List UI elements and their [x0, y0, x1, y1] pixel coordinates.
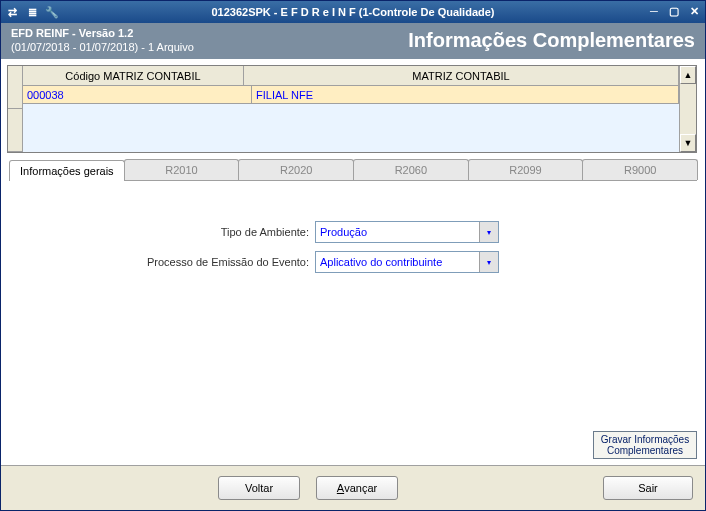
tab-r2099[interactable]: R2099 [468, 159, 584, 180]
chevron-down-icon[interactable]: ▾ [479, 222, 498, 242]
tab-r2060[interactable]: R2060 [353, 159, 469, 180]
arrows-icon[interactable]: ⇄ [5, 6, 19, 19]
cell-codigo[interactable]: 000038 [23, 86, 252, 104]
processo-emissao-value: Aplicativo do contribuinte [320, 256, 442, 268]
scroll-down-icon[interactable]: ▼ [680, 134, 696, 152]
tab-informacoes-gerais[interactable]: Informações gerais [9, 160, 125, 181]
date-range-label: (01/07/2018 - 01/07/2018) - 1 Arquivo [11, 40, 194, 54]
table-row[interactable]: 000038 FILIAL NFE [23, 86, 679, 104]
chevron-down-icon[interactable]: ▾ [479, 252, 498, 272]
voltar-button[interactable]: Voltar [218, 476, 300, 500]
tipo-ambiente-label: Tipo de Ambiente: [9, 226, 315, 238]
avancar-button[interactable]: Avançar [316, 476, 398, 500]
tab-r2010[interactable]: R2010 [124, 159, 240, 180]
cell-matriz[interactable]: FILIAL NFE [252, 86, 679, 104]
tipo-ambiente-select[interactable]: Produção ▾ [315, 221, 499, 243]
wrench-icon[interactable]: 🔧 [45, 6, 59, 19]
processo-emissao-label: Processo de Emissão do Evento: [9, 256, 315, 268]
window-title: 012362SPK - E F D R e I N F (1-Controle … [59, 6, 647, 18]
options-icon[interactable]: ≣ [25, 6, 39, 19]
tab-r2020[interactable]: R2020 [238, 159, 354, 180]
sair-button[interactable]: Sair [603, 476, 693, 500]
page-title: Informações Complementares [194, 29, 695, 52]
scroll-up-icon[interactable]: ▲ [680, 66, 696, 84]
tipo-ambiente-value: Produção [320, 226, 367, 238]
close-button[interactable]: ✕ [687, 5, 701, 19]
maximize-button[interactable]: ▢ [667, 5, 681, 19]
processo-emissao-select[interactable]: Aplicativo do contribuinte ▾ [315, 251, 499, 273]
column-header-matriz[interactable]: MATRIZ CONTABIL [244, 66, 679, 86]
app-version-label: EFD REINF - Versão 1.2 [11, 26, 194, 40]
minimize-button[interactable]: ─ [647, 5, 661, 19]
vertical-scrollbar[interactable]: ▲ ▼ [679, 66, 696, 152]
tab-r9000[interactable]: R9000 [582, 159, 698, 180]
column-header-codigo[interactable]: Código MATRIZ CONTABIL [23, 66, 244, 86]
gravar-informacoes-button[interactable]: Gravar Informações Complementares [593, 431, 697, 459]
